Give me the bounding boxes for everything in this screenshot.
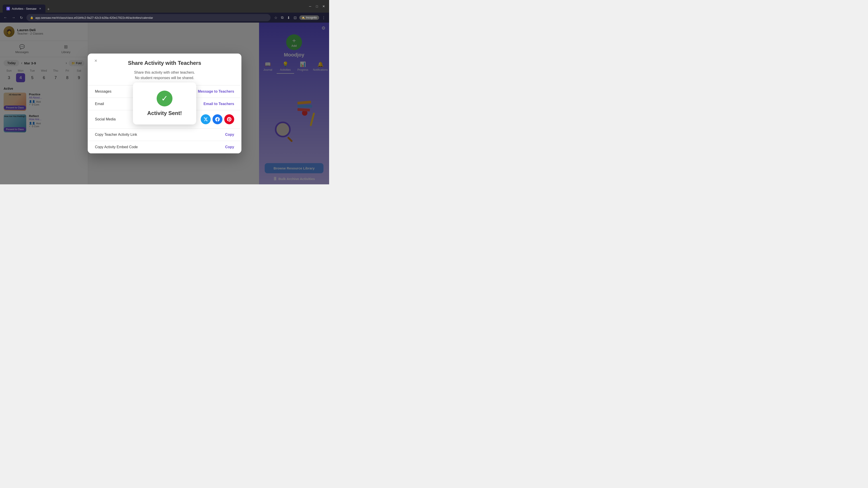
twitter-btn[interactable]	[201, 114, 211, 124]
browser-chrome: S Activities - Seesaw ✕ + ─ □ ✕	[0, 0, 329, 13]
copy-embed-label: Copy Activity Embed Code	[95, 145, 138, 149]
email-row-label: Email	[95, 102, 104, 106]
bookmark-icon[interactable]: ☆	[273, 15, 278, 21]
email-teachers-btn[interactable]: Email to Teachers	[204, 102, 234, 106]
copy-link-label: Copy Teacher Activity Link	[95, 133, 137, 137]
modal-title: Share Activity with Teachers	[95, 60, 234, 66]
new-tab-button[interactable]: +	[45, 6, 52, 13]
copy-link-btn[interactable]: Copy	[225, 133, 234, 137]
modal-row-copy-link: Copy Teacher Activity Link Copy	[88, 129, 241, 141]
success-check-icon: ✓	[157, 91, 173, 106]
screen-icon[interactable]: ⊡	[293, 15, 298, 21]
download-icon[interactable]: ⬇	[286, 15, 291, 21]
minimize-btn[interactable]: ─	[307, 4, 313, 9]
back-btn[interactable]: ←	[3, 15, 8, 21]
lock-icon: 🔒	[30, 16, 33, 19]
browser-tabs: S Activities - Seesaw ✕ +	[3, 0, 306, 13]
url-text: app.seesaw.me/#/class/class.e01bf4c2-9a2…	[35, 16, 267, 20]
incognito-icon: 🕵	[302, 16, 305, 19]
messages-row-label: Messages	[95, 90, 112, 94]
url-bar[interactable]: 🔒 app.seesaw.me/#/class/class.e01bf4c2-9…	[26, 14, 271, 21]
menu-icon[interactable]: ⋮	[321, 15, 327, 21]
modal-subtitle-line1: Share this activity with other teachers.	[134, 70, 195, 74]
modal-overlay[interactable]: × Share Activity with Teachers Share thi…	[0, 23, 329, 184]
address-bar: ← → ↻ 🔒 app.seesaw.me/#/class/class.e01b…	[0, 13, 329, 23]
pinterest-btn[interactable]	[224, 114, 234, 124]
social-icons	[201, 114, 234, 124]
maximize-btn[interactable]: □	[314, 4, 320, 9]
modal-header: × Share Activity with Teachers	[88, 54, 241, 70]
message-teachers-btn[interactable]: Message to Teachers	[198, 90, 234, 94]
tab-close-btn[interactable]: ✕	[38, 7, 42, 10]
extensions-icon[interactable]: ⧉	[280, 15, 284, 21]
window-controls: ─ □ ✕	[307, 4, 327, 9]
checkmark-icon: ✓	[161, 94, 168, 103]
modal-subtitle-line2: No student responses will be shared.	[135, 76, 194, 80]
facebook-btn[interactable]	[213, 114, 222, 124]
social-row-label: Social Media	[95, 117, 116, 121]
refresh-btn[interactable]: ↻	[19, 15, 24, 21]
copy-embed-btn[interactable]: Copy	[225, 145, 234, 149]
address-actions: ☆ ⧉ ⬇ ⊡ 🕵 Incognito ⋮	[273, 15, 327, 21]
modal-close-btn[interactable]: ×	[92, 57, 99, 64]
tab-favicon: S	[6, 7, 10, 10]
modal-row-copy-embed: Copy Activity Embed Code Copy	[88, 141, 241, 153]
success-text: Activity Sent!	[144, 110, 185, 116]
incognito-badge: 🕵 Incognito	[299, 15, 319, 20]
active-tab[interactable]: S Activities - Seesaw ✕	[3, 4, 45, 13]
forward-btn[interactable]: →	[11, 15, 16, 21]
tab-title: Activities - Seesaw	[12, 7, 36, 10]
incognito-label: Incognito	[306, 16, 317, 19]
success-popup: ✓ Activity Sent!	[133, 83, 196, 125]
app-layout: 👩 Lauren Deli Teacher - 2 Classes 💬 Mess…	[0, 23, 329, 184]
close-btn[interactable]: ✕	[321, 4, 327, 9]
share-activity-modal: × Share Activity with Teachers Share thi…	[88, 54, 241, 153]
